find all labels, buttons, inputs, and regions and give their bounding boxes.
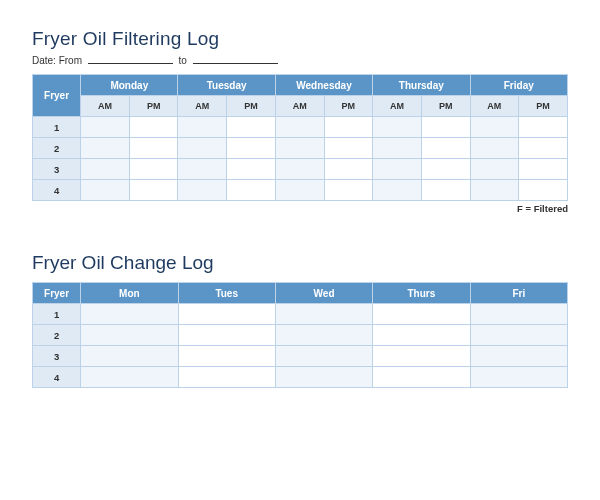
cell[interactable] (470, 346, 567, 367)
col2-thu: Thurs (373, 283, 470, 304)
cell[interactable] (470, 138, 519, 159)
cell[interactable] (178, 159, 227, 180)
row-label: 2 (33, 138, 81, 159)
table-row: 3 (33, 159, 568, 180)
cell[interactable] (227, 159, 276, 180)
cell[interactable] (178, 117, 227, 138)
cell[interactable] (81, 304, 178, 325)
cell[interactable] (227, 117, 276, 138)
cell[interactable] (421, 117, 470, 138)
table-row: 2 (33, 138, 568, 159)
cell[interactable] (373, 304, 470, 325)
cell[interactable] (324, 180, 373, 201)
date-from-label: Date: From (32, 55, 82, 66)
col2-wed: Wed (275, 283, 372, 304)
cell[interactable] (129, 117, 178, 138)
row-label: 3 (33, 346, 81, 367)
cell[interactable] (178, 325, 275, 346)
row-label: 4 (33, 180, 81, 201)
cell[interactable] (81, 367, 178, 388)
cell[interactable] (421, 159, 470, 180)
cell[interactable] (324, 117, 373, 138)
cell[interactable] (519, 138, 568, 159)
cell[interactable] (81, 346, 178, 367)
cell[interactable] (421, 138, 470, 159)
col2-fri: Fri (470, 283, 567, 304)
cell[interactable] (373, 367, 470, 388)
date-from-blank[interactable] (88, 53, 173, 64)
filtering-table: Fryer Monday Tuesday Wednesday Thursday … (32, 74, 568, 201)
cell[interactable] (373, 159, 422, 180)
cell[interactable] (373, 325, 470, 346)
row-label: 1 (33, 304, 81, 325)
cell[interactable] (421, 180, 470, 201)
cell[interactable] (81, 138, 130, 159)
cell[interactable] (373, 138, 422, 159)
row-label: 4 (33, 367, 81, 388)
cell[interactable] (275, 159, 324, 180)
legend: F = Filtered (32, 203, 568, 214)
cell[interactable] (470, 325, 567, 346)
cell[interactable] (519, 159, 568, 180)
cell[interactable] (129, 138, 178, 159)
cell[interactable] (519, 117, 568, 138)
cell[interactable] (178, 180, 227, 201)
cell[interactable] (275, 180, 324, 201)
cell[interactable] (373, 346, 470, 367)
sub-wed-pm: PM (324, 96, 373, 117)
sub-thu-pm: PM (421, 96, 470, 117)
cell[interactable] (178, 346, 275, 367)
cell[interactable] (470, 117, 519, 138)
col2-mon: Mon (81, 283, 178, 304)
table-row: 1 (33, 304, 568, 325)
col-fryer: Fryer (33, 75, 81, 117)
sub-fri-pm: PM (519, 96, 568, 117)
cell[interactable] (373, 117, 422, 138)
cell[interactable] (275, 325, 372, 346)
col2-tue: Tues (178, 283, 275, 304)
cell[interactable] (275, 138, 324, 159)
cell[interactable] (227, 180, 276, 201)
cell[interactable] (81, 325, 178, 346)
cell[interactable] (178, 367, 275, 388)
change-title: Fryer Oil Change Log (32, 252, 568, 274)
table-row: 3 (33, 346, 568, 367)
cell[interactable] (275, 346, 372, 367)
cell[interactable] (470, 159, 519, 180)
cell[interactable] (178, 304, 275, 325)
cell[interactable] (227, 138, 276, 159)
cell[interactable] (81, 180, 130, 201)
cell[interactable] (129, 159, 178, 180)
table-row: 2 (33, 325, 568, 346)
cell[interactable] (470, 304, 567, 325)
col-monday: Monday (81, 75, 178, 96)
cell[interactable] (275, 304, 372, 325)
row-label: 1 (33, 117, 81, 138)
sub-fri-am: AM (470, 96, 519, 117)
date-to-blank[interactable] (193, 53, 278, 64)
table-row: 4 (33, 367, 568, 388)
col-thursday: Thursday (373, 75, 470, 96)
col-wednesday: Wednesday (275, 75, 372, 96)
sub-mon-am: AM (81, 96, 130, 117)
cell[interactable] (129, 180, 178, 201)
change-table: Fryer Mon Tues Wed Thurs Fri 1 2 3 4 (32, 282, 568, 388)
cell[interactable] (275, 117, 324, 138)
cell[interactable] (519, 180, 568, 201)
cell[interactable] (373, 180, 422, 201)
cell[interactable] (178, 138, 227, 159)
cell[interactable] (81, 117, 130, 138)
col-tuesday: Tuesday (178, 75, 275, 96)
row-label: 2 (33, 325, 81, 346)
col-friday: Friday (470, 75, 567, 96)
sub-tue-pm: PM (227, 96, 276, 117)
cell[interactable] (324, 159, 373, 180)
cell[interactable] (470, 180, 519, 201)
filtering-title: Fryer Oil Filtering Log (32, 28, 568, 50)
date-to-label: to (179, 55, 187, 66)
cell[interactable] (81, 159, 130, 180)
cell[interactable] (275, 367, 372, 388)
sub-wed-am: AM (275, 96, 324, 117)
cell[interactable] (470, 367, 567, 388)
cell[interactable] (324, 138, 373, 159)
